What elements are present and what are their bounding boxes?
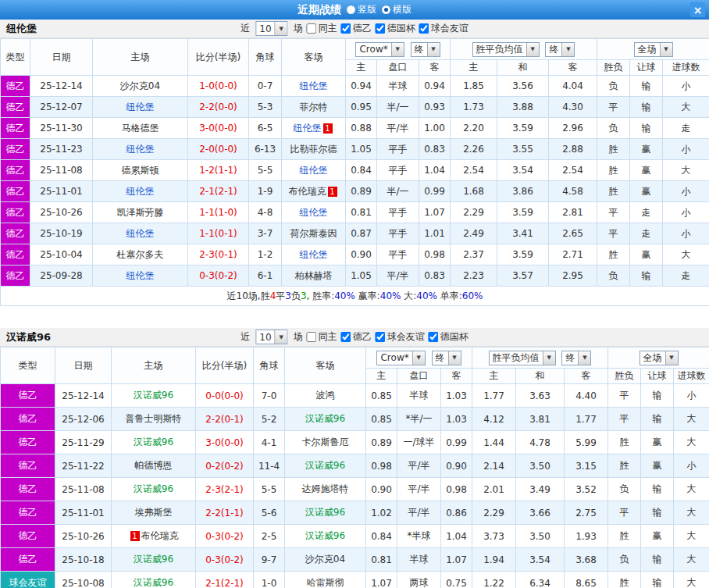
filter-checkbox[interactable]: 德国杯 <box>376 22 415 35</box>
team-link[interactable]: 汉诺威96 <box>305 530 345 541</box>
checkbox-input[interactable] <box>429 332 439 342</box>
team-link[interactable]: 布伦瑞克 <box>141 530 179 541</box>
team-link[interactable]: 普鲁士明斯特 <box>126 413 182 424</box>
checkbox-input[interactable] <box>307 332 317 342</box>
euro-home-odds: 2.01 <box>472 478 516 501</box>
home-team-cell: 德累斯顿 <box>93 160 188 181</box>
scope-select[interactable]: 全场 <box>634 42 673 57</box>
team-link[interactable]: 纽伦堡 <box>300 207 328 218</box>
odds-company-select[interactable]: Crow* <box>355 42 404 57</box>
team-link[interactable]: 汉诺威96 <box>134 390 173 401</box>
scope-header: 全场 <box>597 39 709 60</box>
team-link[interactable]: 纽伦堡 <box>300 165 328 176</box>
team-link[interactable]: 德累斯顿 <box>122 165 159 176</box>
team-link[interactable]: 汉诺威96 <box>305 507 345 518</box>
wdl-average-select[interactable]: 胜平负均值 <box>489 351 556 365</box>
team-link[interactable]: 菲尔特 <box>300 102 328 112</box>
score-cell: 0-2(0-2) <box>196 454 254 478</box>
filter-checkbox[interactable]: 德国杯 <box>429 330 469 344</box>
corner-cell: 5-3 <box>249 97 282 118</box>
summary-segment: 3 <box>285 290 291 301</box>
team-link[interactable]: 汉诺威96 <box>305 460 345 471</box>
away-team-cell: 纽伦堡 <box>282 160 346 181</box>
checkbox-input[interactable] <box>341 332 351 342</box>
filter-checkbox[interactable]: 球会友谊 <box>376 330 425 344</box>
team-link[interactable]: 波鸿 <box>316 390 335 401</box>
away-team-cell: 菲尔特 <box>282 97 346 118</box>
team-link[interactable]: 卡尔斯鲁厄 <box>302 437 349 447</box>
team-link[interactable]: 纽伦堡 <box>126 144 155 155</box>
handicap-result-cell: 输 <box>641 408 674 431</box>
euro-draw-odds: 3.63 <box>516 384 565 408</box>
asia-away-odds: 1.07 <box>441 548 472 572</box>
team-link[interactable]: 纽伦堡 <box>126 186 155 197</box>
odds-stage-select[interactable]: 终 <box>432 351 461 365</box>
score-cell: 2-2(1-1) <box>196 501 254 525</box>
league-cell: 德乙 <box>1 431 55 454</box>
scope-select[interactable]: 全场 <box>640 351 679 365</box>
team-link[interactable]: 纽伦堡 <box>126 228 155 239</box>
odds-stage-select[interactable]: 终 <box>411 42 440 57</box>
euro-away-odds: 3.68 <box>565 548 608 572</box>
wdl-stage-select[interactable]: 终 <box>545 42 575 57</box>
team-link[interactable]: 马格德堡 <box>122 123 159 134</box>
goals-result-cell: 大 <box>663 97 709 118</box>
summary-segment: 40% <box>380 290 401 301</box>
euro-away-odds: 2.71 <box>549 244 597 265</box>
layout-radio-vertical[interactable]: 竖版 <box>347 3 376 16</box>
chevron-down-icon <box>391 43 404 56</box>
result-cell: 负 <box>608 548 641 572</box>
team-link[interactable]: 哈雷斯彻 <box>307 577 344 588</box>
checkbox-input[interactable] <box>376 23 386 34</box>
home-team-cell: 凯泽斯劳滕 <box>93 202 188 223</box>
team-link[interactable]: 纽伦堡 <box>126 270 155 281</box>
filter-checkbox[interactable]: 球会友谊 <box>419 22 469 35</box>
checkbox-input[interactable] <box>419 23 429 34</box>
filter-checkbox[interactable]: 德乙 <box>341 330 372 344</box>
filter-checkbox[interactable]: 同主 <box>307 330 337 344</box>
team-link[interactable]: 汉诺威96 <box>305 413 345 424</box>
checkbox-input[interactable] <box>307 23 317 34</box>
team-link[interactable]: 达姆施塔特 <box>302 483 349 494</box>
euro-home-odds: 1.73 <box>451 97 497 118</box>
checkbox-input[interactable] <box>376 332 386 342</box>
team-link[interactable]: 纽伦堡 <box>294 123 322 134</box>
games-count-select[interactable]: 10 <box>255 330 287 344</box>
team-link[interactable]: 杜塞尔多夫 <box>117 249 164 260</box>
team-link[interactable]: 纽伦堡 <box>126 102 155 112</box>
league-cell: 德乙 <box>1 478 55 501</box>
match-row: 德乙25-12-14沙尔克041-0(0-0)0-7纽伦堡0.94半球0.941… <box>1 76 709 97</box>
team-link[interactable]: 汉诺威96 <box>134 437 173 447</box>
euro-home-odds: 1.85 <box>451 76 497 97</box>
games-count-select[interactable]: 10 <box>255 21 287 36</box>
asia-handicap: 平手 <box>377 202 419 223</box>
wdl-stage-select[interactable]: 终 <box>561 351 591 365</box>
team-link[interactable]: 帕德博恩 <box>135 460 173 471</box>
layout-radio-horizontal[interactable]: 横版 <box>382 3 412 16</box>
team-link[interactable]: 汉诺威96 <box>134 577 173 588</box>
team-link[interactable]: 汉诺威96 <box>134 483 173 494</box>
match-row: 德乙25-11-08汉诺威962-3(2-1)5-5达姆施塔特0.90平/半0.… <box>1 478 709 501</box>
team-link[interactable]: 布伦瑞克 <box>289 186 326 197</box>
checkbox-input[interactable] <box>341 23 351 34</box>
team-link[interactable]: 纽伦堡 <box>300 249 328 260</box>
col-score: 比分(半场) <box>196 347 254 384</box>
team-link[interactable]: 纽伦堡 <box>300 80 328 91</box>
team-link[interactable]: 柏林赫塔 <box>295 270 333 281</box>
away-team-cell: 比勒菲尔德 <box>282 139 346 160</box>
team-link[interactable]: 汉诺威96 <box>134 554 173 565</box>
match-row: 德乙25-11-23纽伦堡2-0(0-0)6-13比勒菲尔德1.05平手0.83… <box>1 139 709 160</box>
team-link[interactable]: 比勒菲尔德 <box>290 144 337 155</box>
euro-away-odds: 2.54 <box>549 160 597 181</box>
team-link[interactable]: 埃弗斯堡 <box>135 507 173 518</box>
team-link[interactable]: 凯泽斯劳滕 <box>117 207 164 218</box>
close-button[interactable]: × <box>690 2 705 17</box>
team-link[interactable]: 沙尔克04 <box>305 554 345 565</box>
wdl-average-select[interactable]: 胜平负均值 <box>472 42 540 57</box>
team-link[interactable]: 荷尔斯泰因 <box>290 228 337 239</box>
filter-checkbox[interactable]: 德乙 <box>341 22 372 35</box>
filter-checkbox[interactable]: 同主 <box>307 22 337 35</box>
team-link[interactable]: 沙尔克04 <box>120 80 160 91</box>
corner-cell: 6-13 <box>249 139 282 160</box>
odds-company-select[interactable]: Crow* <box>376 351 425 365</box>
